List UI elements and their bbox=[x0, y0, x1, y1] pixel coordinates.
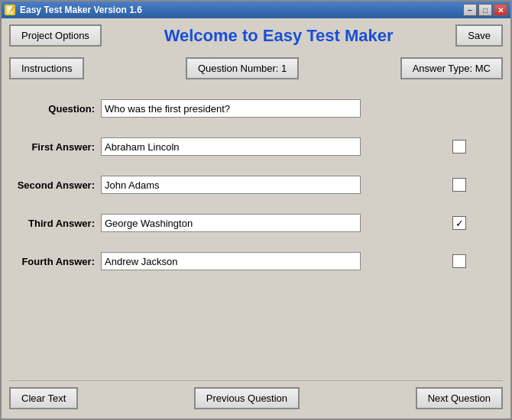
minimize-button[interactable]: − bbox=[463, 4, 477, 16]
third-answer-input[interactable] bbox=[101, 214, 361, 232]
title-bar-text: 📝 Easy Test Maker Version 1.6 bbox=[5, 5, 142, 15]
next-question-button[interactable]: Next Question bbox=[416, 387, 503, 409]
toolbar-row: Instructions Question Number: 1 Answer T… bbox=[9, 53, 503, 84]
title-bar-controls: − □ ✕ bbox=[463, 4, 507, 16]
save-button[interactable]: Save bbox=[455, 24, 503, 47]
app-title: Welcome to Easy Test Maker bbox=[102, 26, 455, 46]
main-window: 📝 Easy Test Maker Version 1.6 − □ ✕ Proj… bbox=[0, 0, 512, 420]
first-answer-row: First Answer: bbox=[9, 137, 503, 156]
fourth-answer-label: Fourth Answer: bbox=[9, 256, 101, 267]
question-row: Question: bbox=[9, 99, 503, 118]
third-answer-row: Third Answer: bbox=[9, 214, 503, 232]
first-answer-input[interactable] bbox=[101, 137, 361, 156]
second-answer-input[interactable] bbox=[101, 176, 361, 194]
first-answer-checkbox[interactable] bbox=[452, 140, 466, 153]
third-answer-checkbox[interactable] bbox=[452, 216, 466, 230]
second-answer-label: Second Answer: bbox=[9, 179, 101, 191]
close-button[interactable]: ✕ bbox=[494, 4, 507, 16]
third-answer-label: Third Answer: bbox=[9, 218, 101, 229]
previous-question-button[interactable]: Previous Question bbox=[194, 387, 300, 409]
content-area: Project Options Welcome to Easy Test Mak… bbox=[2, 18, 510, 418]
question-label: Question: bbox=[9, 103, 101, 115]
project-options-button[interactable]: Project Options bbox=[9, 24, 102, 47]
second-answer-row: Second Answer: bbox=[9, 176, 503, 194]
fourth-answer-checkbox[interactable] bbox=[452, 254, 466, 268]
fourth-answer-input[interactable] bbox=[101, 252, 361, 270]
clear-text-button[interactable]: Clear Text bbox=[9, 387, 78, 409]
first-answer-label: First Answer: bbox=[9, 141, 101, 153]
question-input[interactable] bbox=[101, 99, 361, 118]
window-title: Easy Test Maker Version 1.6 bbox=[20, 5, 142, 15]
second-answer-checkbox[interactable] bbox=[452, 178, 466, 192]
answer-type-button[interactable]: Answer Type: MC bbox=[400, 57, 503, 79]
bottom-bar: Clear Text Previous Question Next Questi… bbox=[9, 380, 503, 412]
question-number-button: Question Number: 1 bbox=[186, 57, 299, 79]
form-area: Question: First Answer: Second Answer: T… bbox=[9, 99, 503, 380]
top-bar: Project Options Welcome to Easy Test Mak… bbox=[9, 24, 503, 47]
title-bar: 📝 Easy Test Maker Version 1.6 − □ ✕ bbox=[2, 2, 510, 18]
maximize-button[interactable]: □ bbox=[478, 4, 492, 16]
fourth-answer-row: Fourth Answer: bbox=[9, 252, 503, 270]
instructions-button[interactable]: Instructions bbox=[9, 57, 84, 79]
app-icon: 📝 bbox=[5, 5, 15, 15]
